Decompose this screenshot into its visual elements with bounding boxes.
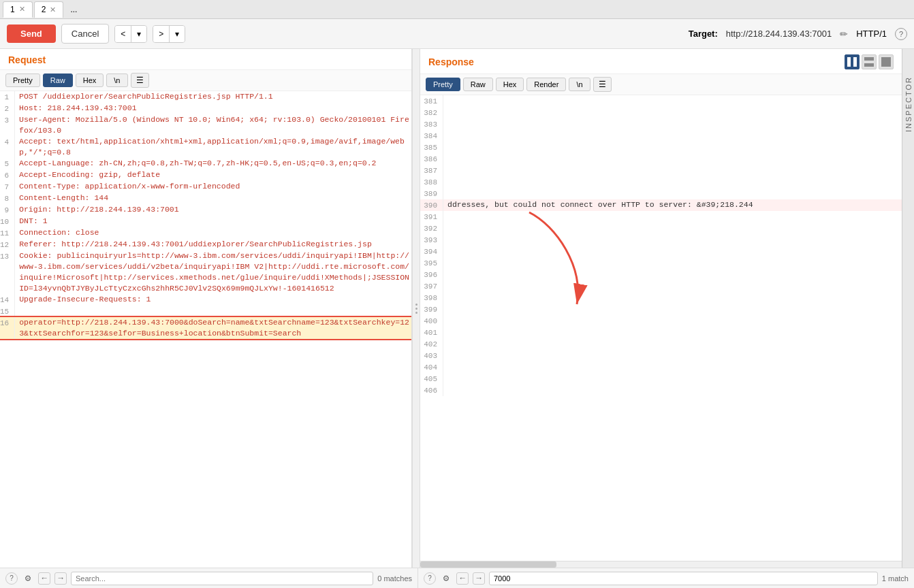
req-next-match[interactable]: →: [54, 572, 67, 585]
req-line-4: 4Accept: text/html,application/xhtml+xml…: [0, 136, 411, 158]
tab-1-close[interactable]: ✕: [19, 5, 25, 14]
req-prev-match[interactable]: ←: [38, 572, 50, 585]
tab-1[interactable]: 1 ✕: [3, 1, 33, 18]
nav-back-dropdown[interactable]: ▾: [131, 26, 146, 42]
resp-view-pretty[interactable]: Pretty: [426, 78, 460, 91]
resp-view-horizontal-icon[interactable]: [862, 54, 877, 69]
req-line-9: 9Origin: http://218.244.139.43:7001: [0, 204, 411, 216]
tab-bar: 1 ✕ 2 ✕ ...: [0, 0, 914, 19]
resp-line-382: 382: [420, 107, 902, 118]
req-view-raw[interactable]: Raw: [43, 74, 73, 87]
tab-more[interactable]: ...: [65, 2, 82, 17]
resp-line-400: 400: [420, 315, 902, 327]
svg-rect-2: [864, 57, 874, 61]
cancel-button[interactable]: Cancel: [61, 24, 109, 44]
req-line-6: 6Accept-Encoding: gzip, deflate: [0, 169, 411, 181]
resp-line-403: 403: [420, 350, 902, 361]
response-code-area[interactable]: 381382383384385386387388389390ddresses, …: [420, 95, 902, 561]
resp-help-icon[interactable]: ?: [424, 572, 436, 585]
tab-2-label: 2: [42, 5, 46, 14]
svg-rect-4: [881, 57, 891, 67]
toolbar-right: Target: http://218.244.139.43:7001 ✏ HTT…: [689, 28, 907, 40]
request-panel-title: Request: [0, 49, 411, 70]
inspector-label: INSPECTOR: [904, 76, 913, 132]
response-panel: Response Pretty Raw Hex Render \n ☰: [420, 49, 902, 568]
resp-prev-match[interactable]: ←: [456, 572, 469, 585]
req-search-input[interactable]: [71, 572, 373, 585]
resp-line-393: 393: [420, 234, 902, 246]
resp-line-385: 385: [420, 142, 902, 153]
req-line-15: 15: [0, 306, 411, 317]
tab-1-label: 1: [10, 5, 15, 14]
main-area: Request Pretty Raw Hex \n ☰ 1POST /uddie…: [0, 49, 914, 568]
divider-dot-2: [415, 308, 417, 310]
target-label: Target:: [689, 29, 718, 39]
req-line-13: 13Cookie: publicinquiryurls=http://www-3…: [0, 250, 411, 294]
nav-fwd-dropdown[interactable]: ▾: [170, 26, 185, 42]
resp-line-401: 401: [420, 327, 902, 338]
resp-line-405: 405: [420, 373, 902, 385]
resp-line-398: 398: [420, 292, 902, 304]
request-panel: Request Pretty Raw Hex \n ☰ 1POST /uddie…: [0, 49, 412, 568]
resp-line-404: 404: [420, 361, 902, 373]
resp-line-388: 388: [420, 176, 902, 188]
req-line-1: 1POST /uddiexplorer/SearchPublicRegistri…: [0, 91, 411, 103]
divider-dot-3: [415, 312, 417, 314]
req-settings-icon[interactable]: ⚙: [22, 572, 34, 585]
resp-view-split-icon[interactable]: [845, 54, 860, 69]
req-line-12: 12Referer: http://218.244.139.43:7001/ud…: [0, 239, 411, 250]
resp-view-render[interactable]: Render: [526, 78, 566, 91]
response-scrollbar-thumb[interactable]: [420, 561, 556, 568]
tab-2-close[interactable]: ✕: [50, 5, 56, 14]
resp-line-397: 397: [420, 280, 902, 292]
resp-next-match[interactable]: →: [473, 572, 485, 585]
resp-line-389: 389: [420, 188, 902, 199]
edit-icon[interactable]: ✏: [840, 29, 848, 39]
req-menu-button[interactable]: ☰: [131, 73, 149, 88]
request-code-area[interactable]: 1POST /uddiexplorer/SearchPublicRegistri…: [0, 91, 411, 568]
req-line-11: 11Connection: close: [0, 227, 411, 239]
resp-line-384: 384: [420, 130, 902, 142]
resp-view-newline[interactable]: \n: [569, 78, 590, 91]
nav-fwd-button[interactable]: >: [153, 26, 170, 42]
resp-view-hex[interactable]: Hex: [496, 78, 524, 91]
svg-rect-0: [847, 57, 851, 67]
protocol-label: HTTP/1: [856, 29, 887, 39]
req-view-pretty[interactable]: Pretty: [5, 74, 40, 87]
req-line-2: 2Host: 218.244.139.43:7001: [0, 103, 411, 114]
tab-2[interactable]: 2 ✕: [34, 1, 64, 18]
divider-dot-1: [415, 304, 417, 306]
req-view-newline[interactable]: \n: [106, 74, 127, 87]
resp-line-381: 381: [420, 95, 902, 107]
bottom-bar: ? ⚙ ← → 0 matches ? ⚙ ← → 1 match: [0, 568, 914, 588]
resp-view-vertical-icon[interactable]: [879, 54, 894, 69]
response-scrollbar[interactable]: [420, 561, 902, 568]
svg-rect-3: [864, 63, 874, 67]
send-button[interactable]: Send: [7, 24, 56, 43]
nav-back-group: < ▾: [114, 25, 147, 43]
req-line-8: 8Content-Length: 144: [0, 193, 411, 204]
resp-line-396: 396: [420, 269, 902, 280]
resp-settings-icon[interactable]: ⚙: [440, 572, 452, 585]
req-line-5: 5Accept-Language: zh-CN,zh;q=0.8,zh-TW;q…: [0, 158, 411, 169]
nav-back-button[interactable]: <: [115, 26, 131, 42]
toolbar: Send Cancel < ▾ > ▾ Target: http://218.2…: [0, 19, 914, 49]
resp-search-input[interactable]: [489, 572, 878, 585]
resp-line-394: 394: [420, 246, 902, 257]
resp-line-390: 390ddresses, but could not connect over …: [420, 199, 902, 211]
resp-line-402: 402: [420, 338, 902, 350]
resp-line-387: 387: [420, 165, 902, 176]
response-toolbar: Pretty Raw Hex Render \n ☰: [420, 74, 902, 95]
response-view-icons: [845, 54, 894, 69]
req-line-16: 16operator=http://218.244.139.43:7000&do…: [0, 317, 411, 339]
resp-line-383: 383: [420, 118, 902, 130]
req-view-hex[interactable]: Hex: [76, 74, 104, 87]
request-toolbar: Pretty Raw Hex \n ☰: [0, 70, 411, 91]
panel-divider[interactable]: [412, 49, 420, 568]
resp-menu-button[interactable]: ☰: [593, 77, 612, 92]
req-help-icon[interactable]: ?: [5, 572, 18, 585]
resp-view-raw[interactable]: Raw: [463, 78, 493, 91]
req-line-10: 10DNT: 1: [0, 216, 411, 227]
nav-fwd-group: > ▾: [153, 25, 185, 43]
help-icon[interactable]: ?: [895, 28, 907, 40]
